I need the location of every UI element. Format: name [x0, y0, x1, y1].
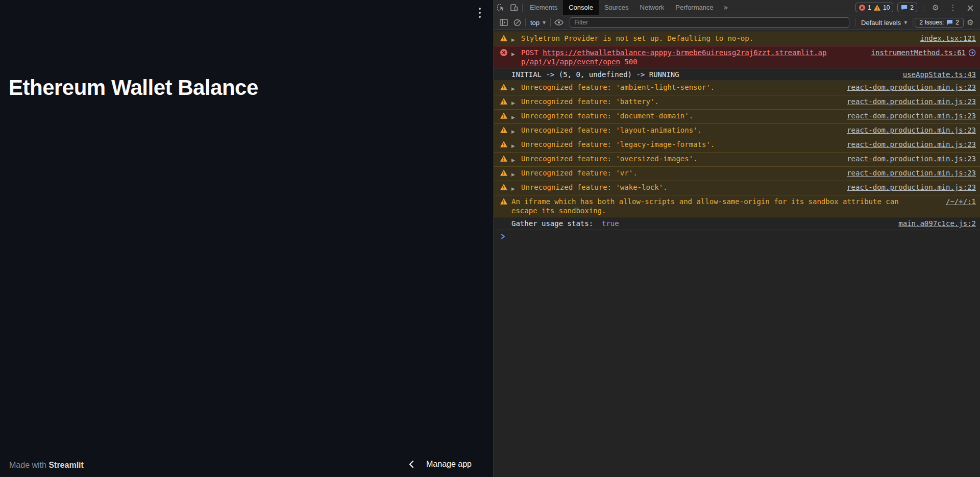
expand-triangle-icon[interactable]: ▶ [511, 49, 517, 59]
inspect-element-icon[interactable] [494, 1, 507, 14]
initiator-chain-icon[interactable] [968, 49, 976, 57]
warning-icon [500, 84, 507, 90]
expand-triangle-icon[interactable]: ▶ [511, 141, 517, 150]
error-icon [859, 5, 865, 11]
issues-count-badge[interactable]: 2 [897, 3, 917, 12]
source-link[interactable]: useAppState.ts:43 [903, 70, 976, 79]
message-body: index.tsx:121Styletron Provider is not s… [521, 34, 976, 44]
source-link[interactable]: /~/+/:1 [946, 197, 976, 206]
source-link[interactable]: react-dom.production.min.js:23 [847, 111, 976, 120]
console-message-warn: ▶react-dom.production.min.js:23Unrecogni… [494, 181, 980, 195]
expand-triangle-icon[interactable]: ▶ [511, 98, 517, 108]
source-link[interactable]: react-dom.production.min.js:23 [847, 83, 976, 92]
message-gutter: ▶ [500, 168, 521, 179]
console-settings-gear-icon[interactable]: ⚙ [964, 16, 977, 29]
more-tabs-chevron-icon[interactable]: » [719, 1, 732, 14]
clear-console-icon[interactable] [510, 16, 524, 29]
tab-performance[interactable]: Performance [670, 0, 719, 15]
filter-input[interactable] [570, 17, 849, 28]
expand-triangle-icon[interactable]: ▶ [511, 35, 517, 44]
message-body: instrumentMethod.ts:61POST https://ethwa… [521, 48, 976, 66]
source-link[interactable]: main.a097c1ce.js:2 [898, 219, 976, 228]
console-message-warn: ▶react-dom.production.min.js:23Unrecogni… [494, 81, 980, 95]
message-source: react-dom.production.min.js:23 [847, 111, 976, 120]
message-gutter: ▶ [500, 125, 521, 136]
live-expression-eye-icon[interactable] [552, 16, 566, 29]
message-body: react-dom.production.min.js:23Unrecogniz… [521, 125, 976, 136]
source-link[interactable]: react-dom.production.min.js:23 [847, 140, 976, 149]
message-source: main.a097c1ce.js:2 [898, 219, 976, 228]
kebab-menu-icon[interactable]: ⋮ [946, 1, 960, 14]
tab-network[interactable]: Network [634, 0, 670, 15]
expand-triangle-icon[interactable]: ▶ [511, 84, 517, 93]
context-selector-dropdown[interactable]: top ▼ [527, 19, 549, 27]
app-footer: Made with Streamlit [9, 461, 84, 470]
source-link[interactable]: react-dom.production.min.js:23 [847, 154, 976, 163]
devtools-panel: ElementsConsoleSourcesNetworkPerformance… [494, 0, 980, 477]
console-prompt[interactable] [494, 230, 980, 243]
message-gutter [500, 197, 511, 215]
divider [525, 18, 526, 27]
warning-icon [500, 169, 507, 176]
message-body: main.a097c1ce.js:2Gather usage stats: tr… [511, 219, 976, 228]
source-link[interactable]: react-dom.production.min.js:23 [847, 125, 976, 135]
console-message-warn: ▶index.tsx:121Styletron Provider is not … [494, 32, 980, 46]
request-url-link[interactable]: https://ethwalletbalance-apppy-brmebe6ui… [521, 48, 826, 66]
warning-icon [500, 155, 507, 162]
source-link[interactable]: react-dom.production.min.js:23 [847, 183, 976, 192]
chevron-down-icon: ▼ [904, 20, 907, 25]
message-source: instrumentMethod.ts:61 [871, 48, 976, 57]
message-body: react-dom.production.min.js:23Unrecogniz… [521, 168, 976, 179]
tab-console[interactable]: Console [563, 0, 599, 15]
message-gutter: ▶ [500, 34, 521, 44]
error-warning-count-badge[interactable]: 1 10 [855, 3, 893, 12]
divider [522, 4, 523, 12]
expand-triangle-icon[interactable]: ▶ [511, 184, 517, 193]
message-source: react-dom.production.min.js:23 [847, 168, 976, 178]
console-message-warn: ▶react-dom.production.min.js:23Unrecogni… [494, 166, 980, 181]
source-link[interactable]: instrumentMethod.ts:61 [871, 48, 966, 57]
log-levels-dropdown[interactable]: Default levels ▼ [857, 19, 911, 27]
tab-elements[interactable]: Elements [524, 0, 563, 15]
console-message-log: useAppState.ts:43INITIAL -> (5, 0, undef… [494, 68, 980, 81]
devtools-tab-bar: ElementsConsoleSourcesNetworkPerformance… [494, 0, 980, 15]
warning-icon [500, 198, 507, 205]
issues-pill[interactable]: 2 Issues: 2 [915, 18, 964, 28]
divider [550, 18, 551, 27]
message-body: react-dom.production.min.js:23Unrecogniz… [521, 140, 976, 150]
message-source: react-dom.production.min.js:23 [847, 125, 976, 135]
source-link[interactable]: index.tsx:121 [920, 34, 976, 43]
source-link[interactable]: react-dom.production.min.js:23 [847, 97, 976, 106]
message-gutter: ▶ [500, 154, 521, 165]
message-body: react-dom.production.min.js:23Unrecogniz… [521, 154, 976, 165]
manage-app-button[interactable]: Manage app [408, 460, 472, 469]
close-icon[interactable]: × [964, 1, 977, 14]
device-toolbar-icon[interactable] [507, 1, 521, 14]
expand-triangle-icon[interactable]: ▶ [511, 113, 517, 122]
issues-label: 2 Issues: [919, 19, 944, 26]
footer-streamlit-link[interactable]: Streamlit [48, 461, 83, 469]
message-body: react-dom.production.min.js:23Unrecogniz… [521, 111, 976, 122]
message-gutter: ▶ [500, 48, 521, 66]
footer-made-with-label: Made with [9, 461, 48, 469]
context-selector-value: top [530, 19, 540, 27]
tab-sources[interactable]: Sources [599, 0, 634, 15]
message-gutter: ▶ [500, 97, 521, 108]
app-kebab-menu-icon[interactable] [477, 6, 483, 20]
message-count: 2 [910, 4, 914, 11]
message-body: /~/+/:1An iframe which has both allow-sc… [511, 197, 976, 215]
expand-triangle-icon[interactable]: ▶ [511, 170, 517, 179]
console-sidebar-toggle-icon[interactable] [497, 16, 510, 29]
expand-triangle-icon[interactable]: ▶ [511, 156, 517, 165]
console-message-log: main.a097c1ce.js:2Gather usage stats: tr… [494, 217, 980, 230]
message-body: useAppState.ts:43INITIAL -> (5, 0, undef… [511, 70, 976, 79]
message-source: react-dom.production.min.js:23 [847, 97, 976, 106]
divider [913, 18, 913, 27]
source-link[interactable]: react-dom.production.min.js:23 [847, 168, 976, 178]
message-gutter: ▶ [500, 183, 521, 193]
prompt-chevron-icon [501, 234, 505, 239]
console-output: ▶index.tsx:121Styletron Provider is not … [494, 30, 980, 477]
settings-gear-icon[interactable]: ⚙ [929, 1, 942, 14]
error-count: 1 [868, 4, 871, 11]
expand-triangle-icon[interactable]: ▶ [511, 127, 517, 136]
